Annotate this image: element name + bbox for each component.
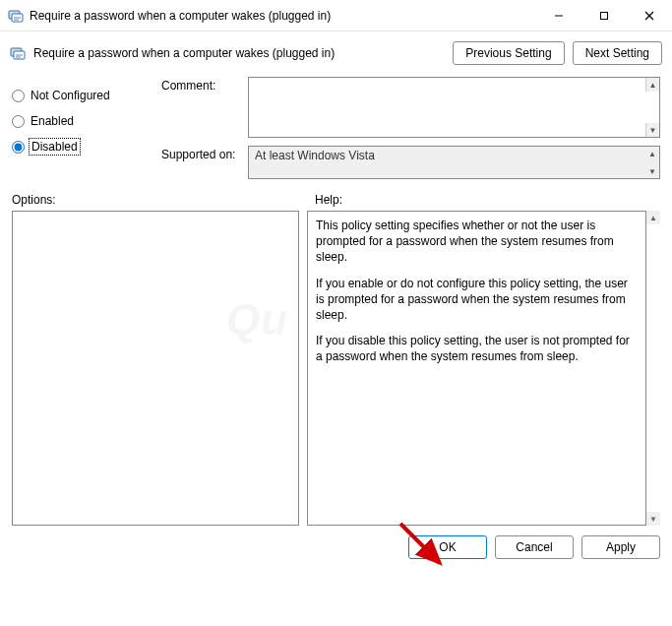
apply-button[interactable]: Apply [581,535,660,559]
scroll-up-icon[interactable]: ▲ [645,147,659,160]
comment-field-shell: ▲ ▼ [248,77,660,138]
scroll-up-icon[interactable]: ▲ [645,78,659,92]
header: Require a password when a computer wakes… [0,31,672,73]
previous-setting-button[interactable]: Previous Setting [453,41,564,65]
help-paragraph: If you enable or do not configure this p… [316,276,638,324]
policy-title: Require a password when a computer wakes… [33,46,445,60]
comment-label: Comment: [161,77,240,93]
radio-disabled-label: Disabled [31,140,79,154]
radio-enabled[interactable]: Enabled [12,108,142,134]
help-paragraph: If you disable this policy setting, the … [316,333,638,364]
ok-button[interactable]: OK [408,535,487,559]
radio-disabled[interactable]: Disabled [12,134,142,159]
radio-disabled-input[interactable] [12,141,25,154]
supported-on-value: At least Windows Vista [255,149,375,162]
svg-rect-3 [601,12,608,19]
supported-on-label: Supported on: [161,146,240,161]
policy-icon [8,8,24,24]
radio-enabled-input[interactable] [12,115,25,128]
state-radio-group: Not Configured Enabled Disabled [12,77,142,179]
minimize-button[interactable] [536,0,581,31]
cancel-button[interactable]: Cancel [495,535,574,559]
titlebar: Require a password when a computer wakes… [0,0,672,31]
comment-field[interactable] [249,78,645,137]
scroll-down-icon[interactable]: ▼ [645,164,659,178]
options-panel [12,211,299,526]
help-label: Help: [307,193,660,207]
footer: OK Cancel Apply [0,526,672,569]
radio-not-configured[interactable]: Not Configured [12,83,142,108]
options-label: Options: [12,193,307,207]
window-title: Require a password when a computer wakes… [30,9,536,23]
supported-on-field: At least Windows Vista ▲ ▼ [248,146,660,179]
help-panel: This policy setting specifies whether or… [307,211,646,526]
radio-not-configured-input[interactable] [12,90,25,102]
scroll-up-icon[interactable]: ▲ [646,211,660,224]
scrollbar[interactable]: ▲ ▼ [646,211,660,526]
maximize-button[interactable] [581,0,627,31]
next-setting-button[interactable]: Next Setting [573,41,662,65]
policy-icon [10,45,26,61]
radio-enabled-label: Enabled [31,114,74,128]
scroll-down-icon[interactable]: ▼ [645,123,659,137]
close-button[interactable] [627,0,672,31]
radio-not-configured-label: Not Configured [31,89,110,102]
help-paragraph: This policy setting specifies whether or… [316,218,638,266]
scroll-down-icon[interactable]: ▼ [646,512,660,526]
